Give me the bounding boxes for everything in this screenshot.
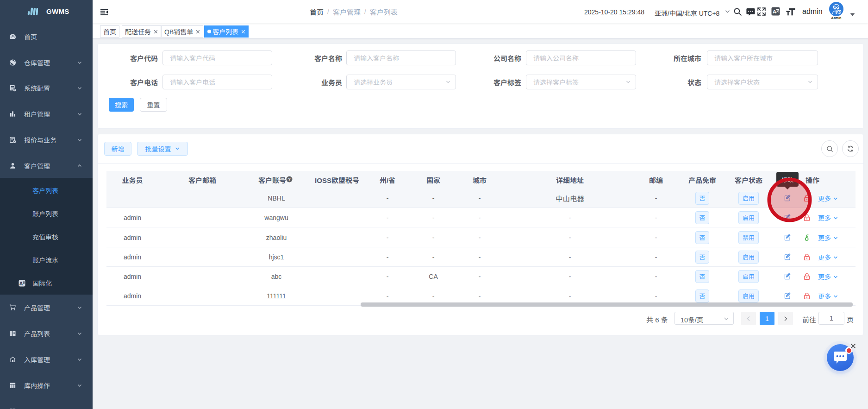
svg-text:A: A [19, 280, 23, 286]
svg-text:?: ? [288, 177, 291, 182]
svg-text:A: A [773, 9, 776, 14]
